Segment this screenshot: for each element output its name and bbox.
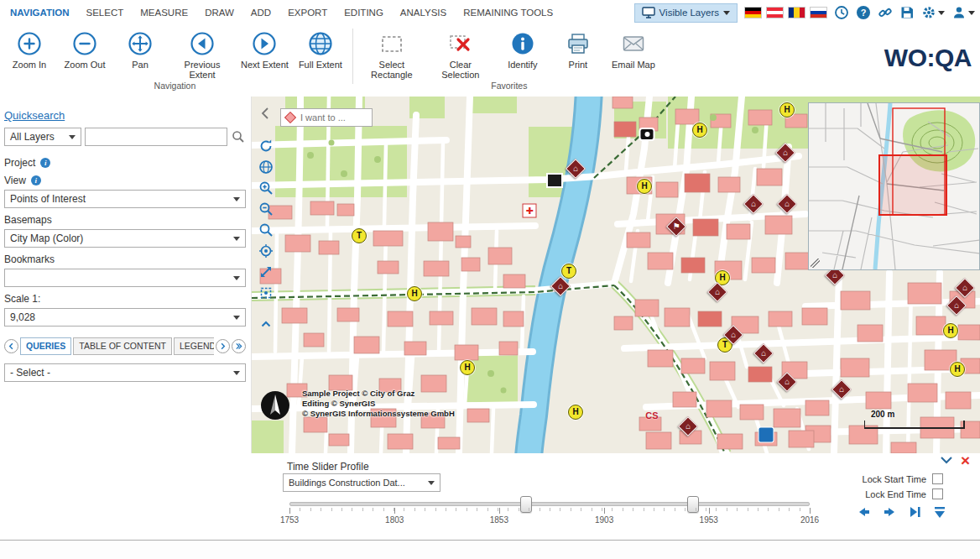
sidebar-tab-table-of-content[interactable]: TABLE OF CONTENT — [73, 337, 172, 355]
sidebar-collapse-icon[interactable] — [260, 107, 270, 120]
menu-tab-draw[interactable]: DRAW — [196, 8, 242, 18]
camera-marker[interactable] — [641, 129, 654, 139]
search-scope-select[interactable]: All Layers — [4, 128, 81, 146]
panel-close-icon[interactable] — [961, 452, 970, 469]
identify-button[interactable]: Identify — [495, 29, 550, 70]
print-button[interactable]: Print — [550, 29, 606, 70]
museum-marker[interactable]: ⌂ — [775, 143, 795, 163]
link-icon[interactable] — [878, 4, 893, 21]
visible-layers-button[interactable]: Visible Layers — [634, 3, 738, 23]
flag-romania-icon[interactable] — [788, 7, 805, 18]
menu-tab-remaining-tools[interactable]: REMAINING TOOLS — [455, 8, 561, 18]
toolbar-collapse-up-icon[interactable] — [258, 316, 274, 332]
h-stop-marker[interactable]: H — [407, 286, 422, 301]
museum-marker[interactable]: ⌂ — [777, 372, 797, 392]
zoom-out-button[interactable]: Zoom Out — [57, 29, 112, 70]
info-icon[interactable] — [40, 158, 50, 168]
play-icon[interactable] — [906, 504, 923, 520]
h-stop-marker[interactable]: H — [779, 102, 795, 118]
step-forward-icon[interactable] — [881, 504, 898, 520]
h-stop-marker[interactable]: H — [950, 362, 965, 377]
zoom-in-icon[interactable] — [258, 180, 274, 196]
help-icon[interactable]: ? — [856, 4, 871, 21]
user-icon[interactable] — [951, 4, 975, 21]
red-cross-marker[interactable] — [523, 204, 537, 218]
lock-end-checkbox[interactable] — [932, 488, 943, 499]
i-want-to-input[interactable] — [299, 112, 372, 123]
menu-tab-add[interactable]: ADD — [242, 8, 279, 18]
full-extent-arrows-icon[interactable] — [258, 264, 274, 280]
save-icon[interactable] — [899, 4, 915, 21]
tabs-overflow-button[interactable] — [232, 339, 246, 353]
cs-label-marker[interactable]: CS — [645, 407, 658, 422]
zoom-out-icon[interactable] — [258, 201, 274, 217]
full-extent-button[interactable]: Full Extent — [293, 29, 348, 70]
history-icon[interactable] — [834, 4, 849, 21]
center-target-icon[interactable] — [258, 285, 274, 300]
previous-ext-button[interactable]: Previous Extent — [168, 29, 237, 80]
menubar: NAVIGATIONSELECTMEASUREDRAWADDEXPORTEDIT… — [0, 0, 980, 26]
museum-marker[interactable]: ⌂ — [550, 276, 571, 296]
tabs-scroll-left-button[interactable] — [4, 339, 18, 353]
search-icon[interactable] — [231, 129, 246, 144]
sidebar-tab-queries[interactable]: QUERIES — [20, 337, 71, 355]
parking-marker[interactable] — [759, 428, 774, 442]
h-stop-marker[interactable]: H — [460, 360, 475, 375]
view-select[interactable]: Points of Interest — [4, 190, 246, 208]
t-stop-marker[interactable]: T — [561, 264, 576, 279]
expand-down-icon[interactable] — [931, 504, 948, 520]
pan-button[interactable]: Pan — [112, 29, 168, 70]
landmark-marker[interactable] — [548, 175, 561, 186]
settings-icon[interactable] — [921, 4, 945, 21]
sidebar-tab-legend[interactable]: LEGEND — [174, 337, 214, 355]
search-input[interactable] — [85, 128, 227, 146]
h-stop-marker[interactable]: H — [568, 405, 583, 420]
museum-marker[interactable]: ⌂ — [678, 416, 698, 436]
basemap-select[interactable]: City Map (Color) — [4, 229, 246, 248]
museum-marker[interactable]: ⌂ — [955, 278, 975, 298]
time-profile-select[interactable]: Buildings Construction Dat... — [283, 473, 440, 492]
t-stop-marker[interactable]: T — [352, 228, 367, 243]
overview-map[interactable] — [808, 102, 980, 270]
menu-tab-navigation[interactable]: NAVIGATION — [2, 8, 78, 18]
locate-icon[interactable] — [258, 243, 274, 259]
h-stop-marker[interactable]: H — [692, 123, 707, 138]
menu-tab-editing[interactable]: EDITING — [336, 8, 392, 18]
h-stop-marker[interactable]: H — [637, 179, 652, 194]
flag-marker[interactable]: ⚑ — [666, 217, 686, 237]
bookmark-select[interactable] — [4, 269, 246, 287]
info-icon[interactable] — [31, 175, 41, 185]
museum-marker[interactable]: ⌂ — [743, 194, 764, 214]
step-back-icon[interactable] — [856, 504, 873, 520]
scale-select[interactable]: 9,028 — [4, 308, 246, 327]
map-viewport[interactable]: HHHHHHHHHTTT⌂⌂⌂⌂⚑⌂⌂⌂⌂⌂⌂⌂⌂⌂⌂CS — [252, 97, 980, 453]
select-rectangle-button[interactable]: Select Rectangle — [357, 29, 426, 80]
menu-tab-select[interactable]: SELECT — [78, 8, 133, 18]
overview-globe-icon[interactable] — [258, 159, 274, 175]
zoom-window-icon[interactable] — [258, 222, 274, 238]
zoom-in-button[interactable]: Zoom In — [2, 29, 57, 70]
flag-russia-icon[interactable] — [810, 7, 827, 18]
i-want-to-box[interactable] — [280, 108, 373, 127]
flag-germany-icon[interactable] — [744, 7, 762, 18]
menu-tab-analysis[interactable]: ANALYSIS — [392, 8, 455, 18]
quicksearch-link[interactable]: Quicksearch — [4, 109, 65, 122]
lock-start-checkbox[interactable] — [932, 473, 943, 484]
email-map-button[interactable]: Email Map — [606, 29, 661, 70]
query-select[interactable]: - Select - — [4, 363, 246, 382]
museum-marker[interactable]: ⌂ — [946, 295, 967, 316]
museum-marker[interactable]: ⌂ — [753, 343, 774, 363]
menu-tab-measure[interactable]: MEASURE — [132, 8, 196, 18]
tabs-scroll-right-button[interactable] — [216, 339, 230, 353]
museum-marker[interactable]: ⌂ — [566, 159, 586, 179]
overview-resize-handle[interactable] — [811, 259, 820, 268]
refresh-icon[interactable] — [258, 138, 274, 154]
next-ext-button[interactable]: Next Extent — [237, 29, 293, 70]
museum-marker[interactable]: ⌂ — [831, 379, 852, 400]
menu-tab-export[interactable]: EXPORT — [279, 8, 336, 18]
clear-selection-button[interactable]: Clear Selection — [426, 29, 495, 80]
flag-austria-icon[interactable] — [766, 7, 784, 18]
museum-marker[interactable]: ⌂ — [777, 194, 797, 214]
panel-collapse-icon[interactable] — [940, 456, 953, 466]
h-stop-marker[interactable]: H — [943, 323, 958, 338]
